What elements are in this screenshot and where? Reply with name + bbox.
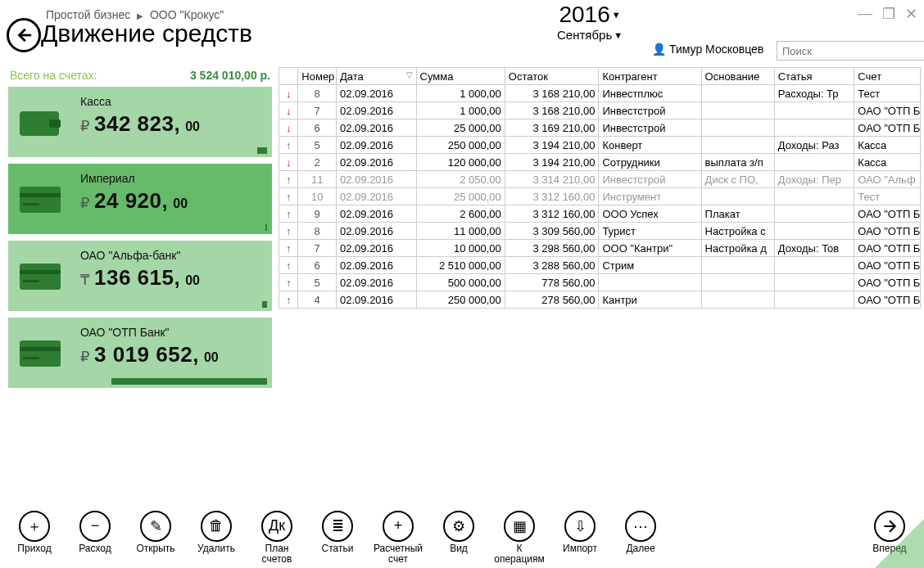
table-row[interactable]: ↓602.09.201625 000,003 169 210,00Инвестс… xyxy=(279,119,921,137)
minimize-button[interactable]: — xyxy=(858,5,872,23)
chevron-down-icon: ▼ xyxy=(614,30,623,40)
tool-label: Расчетныйсчет xyxy=(374,543,423,565)
tool-label: Плансчетов xyxy=(262,543,292,565)
col-balance[interactable]: Остаток xyxy=(505,68,599,85)
close-button[interactable]: ✕ xyxy=(905,5,917,23)
open-button[interactable]: ✎Открыть xyxy=(133,511,179,554)
direction-icon: ↓ xyxy=(279,102,298,119)
col-basis[interactable]: Основание xyxy=(701,68,774,85)
account-balance: ₽342 823,00 xyxy=(80,111,260,137)
svg-rect-4 xyxy=(20,193,61,197)
page-title: Движение средств xyxy=(41,20,252,47)
person-icon: 👤 xyxy=(652,43,666,56)
account-balance: ₽24 920,00 xyxy=(80,188,260,214)
plan-button[interactable]: ДкПлансчетов xyxy=(254,511,300,565)
back-button[interactable] xyxy=(7,18,41,52)
account-card[interactable]: Империал₽24 920,00 xyxy=(8,164,272,234)
svg-rect-5 xyxy=(23,203,39,205)
direction-icon: ↓ xyxy=(279,85,298,102)
card-icon xyxy=(18,260,64,293)
tool-label: Расход xyxy=(79,543,111,554)
account-button[interactable]: +Расчетныйсчет xyxy=(375,511,421,565)
search-input[interactable] xyxy=(777,41,924,61)
direction-icon: ↑ xyxy=(279,171,298,188)
direction-icon: ↓ xyxy=(279,119,298,137)
table-row[interactable]: ↑502.09.2016250 000,003 194 210,00Конвер… xyxy=(279,137,921,154)
balance-bar xyxy=(265,224,267,231)
account-card[interactable]: Касса₽342 823,00 xyxy=(8,87,272,157)
table-row[interactable]: ↑802.09.201611 000,003 309 560,00ТуристН… xyxy=(279,223,921,240)
arrow-left-icon xyxy=(15,26,33,44)
card-icon xyxy=(18,183,64,216)
table-row[interactable]: ↑1002.09.201625 000,003 312 160,00Инстру… xyxy=(279,188,921,205)
table-row[interactable]: ↓202.09.2016120 000,003 194 210,00Сотруд… xyxy=(279,154,921,171)
table-row[interactable]: ↑602.09.20162 510 000,003 288 560,00Стри… xyxy=(279,257,921,274)
chevron-down-icon: ▼ xyxy=(612,10,621,20)
col-article[interactable]: Статья xyxy=(774,68,854,85)
tool-label: Далее xyxy=(626,543,654,554)
account-name: Касса xyxy=(80,95,260,108)
sort-desc-icon: ▽ xyxy=(406,70,413,79)
maximize-button[interactable]: ❐ xyxy=(882,5,895,23)
account-balance: ₽3 019 652,00 xyxy=(80,342,260,367)
articles-button[interactable]: ≣Статьи xyxy=(315,511,360,554)
table-row[interactable]: ↓702.09.20161 000,003 168 210,00Инвестст… xyxy=(279,102,921,119)
direction-icon: ↑ xyxy=(279,205,298,223)
income-icon: ＋ xyxy=(19,511,50,542)
table-row[interactable]: ↓802.09.20161 000,003 168 210,00Инвестпл… xyxy=(279,85,921,102)
import-button[interactable]: ⇩Импорт xyxy=(557,511,603,554)
col-sum[interactable]: Сумма xyxy=(416,68,505,85)
delete-button[interactable]: 🗑Удалить xyxy=(193,511,239,554)
svg-rect-2 xyxy=(49,119,61,128)
view-icon: ⚙ xyxy=(443,511,474,542)
account-name: Империал xyxy=(80,172,260,185)
tool-label: Удалить xyxy=(197,543,235,554)
col-account[interactable]: Счет xyxy=(854,68,921,85)
table-row[interactable]: ↑502.09.2016500 000,00778 560,00ОАО "ОТП… xyxy=(279,274,921,291)
direction-icon: ↑ xyxy=(279,291,298,309)
balance-bar xyxy=(257,147,267,154)
direction-icon: ↑ xyxy=(279,274,298,291)
month-selector[interactable]: Сентябрь▼ xyxy=(557,28,623,42)
user-name: Тимур Московцев xyxy=(669,43,763,56)
col-date[interactable]: Дата▽ xyxy=(337,68,417,85)
expense-icon: − xyxy=(79,511,111,542)
toops-button[interactable]: ▦К операциям xyxy=(496,511,542,565)
direction-icon: ↑ xyxy=(279,223,298,240)
tool-label: Статьи xyxy=(322,543,354,554)
svg-rect-3 xyxy=(20,187,61,213)
account-card[interactable]: ОАО "Альфа-банк"₸136 615,00 xyxy=(8,241,272,311)
table-row[interactable]: ↑1102.09.20162 050,003 314 210,00Инвестс… xyxy=(279,171,921,188)
svg-rect-7 xyxy=(20,270,61,274)
user-menu[interactable]: 👤 Тимур Московцев xyxy=(652,43,763,56)
account-icon: + xyxy=(383,511,414,542)
direction-icon: ↓ xyxy=(279,154,298,171)
total-label: Всего на счетах: xyxy=(10,69,97,82)
direction-icon: ↑ xyxy=(279,137,298,154)
account-name: ОАО "Альфа-банк" xyxy=(80,249,260,262)
income-button[interactable]: ＋Приход xyxy=(11,511,57,554)
col-number[interactable]: Номер xyxy=(298,68,337,85)
svg-rect-10 xyxy=(20,347,61,351)
corner-accent xyxy=(875,519,924,568)
expense-button[interactable]: −Расход xyxy=(72,511,118,554)
account-name: ОАО "ОТП Банк" xyxy=(80,326,260,339)
total-value: 3 524 010,00 р. xyxy=(190,69,270,82)
direction-icon: ↑ xyxy=(279,240,298,257)
tool-label: Импорт xyxy=(563,543,597,554)
table-row[interactable]: ↑902.09.20162 600,003 312 160,00ООО Успе… xyxy=(279,205,921,223)
col-counterparty[interactable]: Контрагент xyxy=(599,68,701,85)
plan-icon: Дк xyxy=(261,511,292,542)
delete-icon: 🗑 xyxy=(201,511,232,542)
table-row[interactable]: ↑702.09.201610 000,003 298 560,00ООО "Ка… xyxy=(279,240,921,257)
account-card[interactable]: ОАО "ОТП Банк"₽3 019 652,00 xyxy=(8,318,272,388)
year-selector[interactable]: 2016▼ xyxy=(559,2,620,28)
view-button[interactable]: ⚙Вид xyxy=(436,511,482,554)
col-arrow[interactable] xyxy=(279,68,298,85)
account-balance: ₸136 615,00 xyxy=(80,265,260,291)
table-row[interactable]: ↑402.09.2016250 000,00278 560,00КантриОА… xyxy=(279,291,921,309)
svg-rect-6 xyxy=(20,264,61,290)
transactions-table[interactable]: Номер Дата▽ Сумма Остаток Контрагент Осн… xyxy=(279,67,921,309)
more-button[interactable]: ⋯Далее xyxy=(618,511,664,554)
direction-icon: ↑ xyxy=(279,188,298,205)
